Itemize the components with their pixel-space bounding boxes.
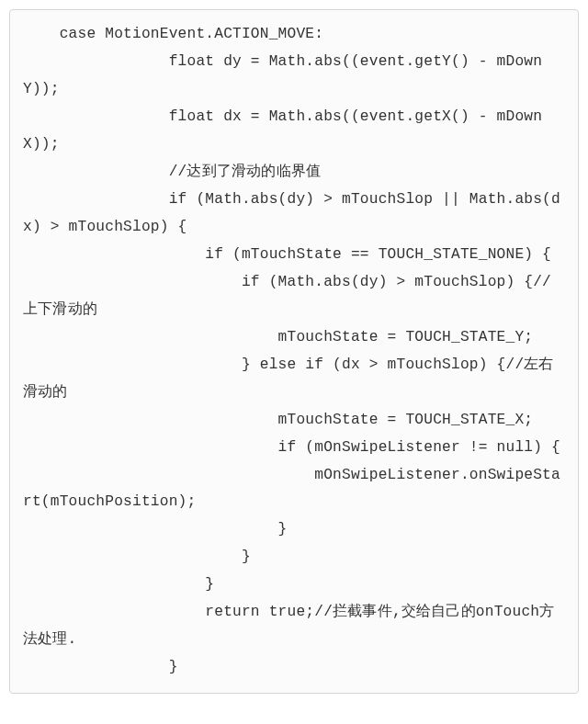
code-block: case MotionEvent.ACTION_MOVE: float dy =… — [9, 9, 579, 694]
code-content: case MotionEvent.ACTION_MOVE: float dy =… — [23, 21, 565, 682]
